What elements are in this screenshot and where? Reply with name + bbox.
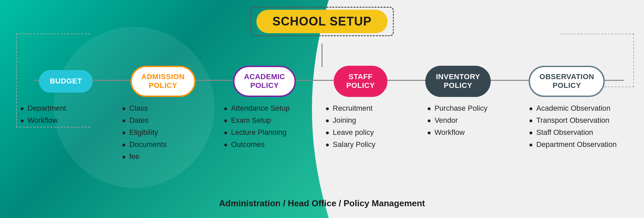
vertical-line-center bbox=[322, 44, 323, 67]
school-setup-title: SCHOOL SETUP bbox=[272, 14, 371, 28]
list-academic: Attendance Setup Exam Setup Lecture Plan… bbox=[220, 104, 322, 152]
pill-academic-label: ACADEMICPOLICY bbox=[244, 72, 285, 90]
pill-inventory-label: INVENTORYPOLICY bbox=[436, 72, 480, 90]
list-item: Staff Observation bbox=[529, 128, 624, 137]
pill-budget-label: BUDGET bbox=[50, 77, 82, 86]
pill-academic[interactable]: ACADEMICPOLICY bbox=[233, 66, 296, 97]
list-item: Department bbox=[20, 104, 115, 113]
list-item: Department Observation bbox=[529, 140, 624, 149]
list-admission: Class Dates Eligibility Documents fee bbox=[118, 104, 220, 164]
school-setup-pill: SCHOOL SETUP bbox=[256, 10, 387, 33]
pill-observation[interactable]: OBSERVATIONPOLICY bbox=[529, 66, 605, 97]
list-item: Attendance Setup bbox=[224, 104, 319, 113]
list-item: Workflow bbox=[427, 128, 522, 137]
list-item: Lecture Planning bbox=[224, 128, 319, 137]
list-item: Documents bbox=[122, 140, 217, 149]
pill-budget[interactable]: BUDGET bbox=[39, 70, 93, 92]
list-item: Purchase Policy bbox=[427, 104, 522, 113]
list-item: Eligibility bbox=[122, 128, 217, 137]
list-item: Recruitment bbox=[325, 104, 420, 113]
list-item: Workflow bbox=[20, 116, 115, 125]
pill-admission[interactable]: ADMISSIONPOLICY bbox=[130, 66, 195, 97]
pill-observation-label: OBSERVATIONPOLICY bbox=[539, 72, 594, 90]
list-item: Transport Observation bbox=[529, 116, 624, 125]
pill-staff[interactable]: STAFFPOLICY bbox=[334, 66, 387, 97]
pill-inventory[interactable]: INVENTORYPOLICY bbox=[425, 66, 491, 97]
pill-staff-label: STAFFPOLICY bbox=[344, 72, 377, 90]
list-item: Vendor bbox=[427, 116, 522, 125]
footer-text: Administration / Head Office / Policy Ma… bbox=[219, 198, 425, 209]
pills-row: BUDGET ADMISSIONPOLICY ACADEMICPOLICY ST… bbox=[0, 66, 644, 97]
list-observation: Academic Observation Transport Observati… bbox=[526, 104, 627, 152]
list-budget: Department Workflow bbox=[17, 104, 118, 128]
list-item: Outcomes bbox=[224, 140, 319, 149]
list-item: Dates bbox=[122, 116, 217, 125]
footer-label: Administration / Head Office / Policy Ma… bbox=[219, 198, 425, 208]
list-item: Exam Setup bbox=[224, 116, 319, 125]
pill-admission-label: ADMISSIONPOLICY bbox=[141, 72, 184, 90]
list-item: Salary Policy bbox=[325, 140, 420, 149]
school-setup-border-box: SCHOOL SETUP bbox=[250, 7, 394, 36]
list-inventory: Purchase Policy Vendor Workflow bbox=[424, 104, 525, 140]
list-item: Joining bbox=[325, 116, 420, 125]
list-item: Leave policy bbox=[325, 128, 420, 137]
list-item: fee bbox=[122, 152, 217, 161]
lists-row: Department Workflow Class Dates Eligibil… bbox=[0, 104, 644, 164]
list-staff: Recruitment Joining Leave policy Salary … bbox=[322, 104, 424, 152]
school-setup-wrapper: SCHOOL SETUP bbox=[250, 7, 394, 36]
main-content: SCHOOL SETUP BUDGET ADMISSIONPOLICY ACAD… bbox=[0, 0, 644, 218]
list-item: Academic Observation bbox=[529, 104, 624, 113]
list-item: Class bbox=[122, 104, 217, 113]
